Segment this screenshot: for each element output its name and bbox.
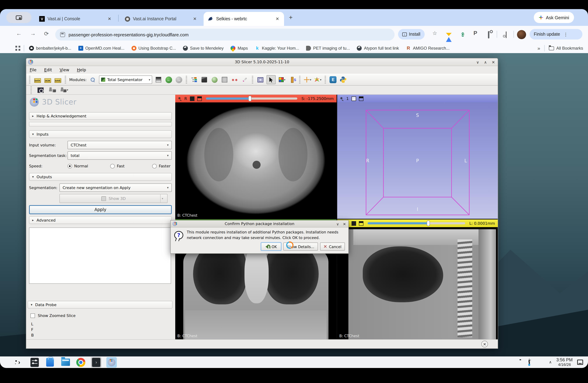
- segment-editor-icon[interactable]: [221, 76, 229, 83]
- help-acknowledgement-section[interactable]: ▸ Help & Acknowledgement: [29, 112, 172, 120]
- cancel-button[interactable]: ✕ Cancel: [320, 243, 345, 250]
- ask-gemini-button[interactable]: Ask Gemini: [534, 12, 574, 23]
- yellow-slice-slider[interactable]: [367, 222, 465, 224]
- pin-icon[interactable]: [340, 97, 343, 100]
- files-app-button[interactable]: [60, 357, 71, 367]
- show-zoomed-slice[interactable]: Show Zoomed Slice: [30, 311, 172, 320]
- dialog-minimize-icon[interactable]: ∨: [336, 222, 339, 226]
- module-history-icon[interactable]: [190, 76, 198, 83]
- tab-selkies-active[interactable]: Selkies - webrtc ✕: [204, 12, 284, 26]
- status-console[interactable]: [29, 228, 171, 284]
- close-icon[interactable]: ✕: [492, 60, 495, 64]
- bookmark-github[interactable]: benbalter/jekyll-b...: [29, 46, 71, 51]
- tab-vast-portal[interactable]: Vast.ai Instance Portal ✕: [120, 12, 202, 26]
- tab-search-pill[interactable]: [6, 12, 31, 23]
- bookmark-amigo[interactable]: RAMIGO Research...: [406, 46, 449, 51]
- input-volume-select[interactable]: CTChest ▾: [67, 141, 172, 149]
- radio-fast[interactable]: Fast: [110, 164, 152, 168]
- scene-view-menu-icon[interactable]: ▾: [61, 86, 68, 94]
- sagittal-ct-view[interactable]: B: CTChest: [337, 227, 498, 339]
- module-back-icon[interactable]: ←: [165, 76, 173, 83]
- install-button[interactable]: ↓ Install: [398, 29, 424, 39]
- slider-handle[interactable]: [427, 221, 430, 226]
- tab-vast-console[interactable]: V Vast.ai | Console ✕: [35, 12, 116, 26]
- search-tabs-icon[interactable]: [502, 32, 510, 38]
- menu-view[interactable]: View: [60, 67, 69, 72]
- pin-icon[interactable]: [178, 97, 182, 100]
- bookmark-bootstrap[interactable]: Using Bootstrap C...: [131, 46, 176, 51]
- tab-close-icon[interactable]: ✕: [106, 16, 113, 22]
- load-data-icon[interactable]: DATA: [34, 76, 41, 83]
- segmentation-select[interactable]: Create new segmentation on Apply ▾: [60, 183, 172, 192]
- settings-app-button[interactable]: [29, 357, 40, 367]
- all-bookmarks-button[interactable]: All Bookmarks: [549, 46, 583, 51]
- update-available-icon[interactable]: [529, 359, 534, 365]
- mouse-mode-cursor-icon[interactable]: [267, 75, 276, 84]
- scene-view-icon[interactable]: [49, 86, 56, 94]
- launcher-button[interactable]: ›: [14, 357, 24, 367]
- grammarly-extension-icon[interactable]: G: [459, 31, 467, 38]
- volume-rendering-icon[interactable]: [211, 76, 218, 83]
- viewport-menu-icon[interactable]: [359, 221, 363, 226]
- module-search-icon[interactable]: [89, 76, 97, 83]
- bookmark-kaggle[interactable]: kKaggle: Your Hom...: [255, 46, 299, 51]
- chevron-up-icon[interactable]: ∧: [549, 360, 552, 364]
- bookmark-star-icon[interactable]: ☆: [431, 30, 439, 36]
- color-legend-icon[interactable]: ▾: [278, 76, 286, 83]
- maximize-icon[interactable]: ∧: [484, 60, 487, 64]
- checkbox-unchecked-icon[interactable]: [30, 313, 35, 318]
- drive-extension-icon[interactable]: [445, 31, 453, 37]
- bookmark-openmd[interactable]: +OpenMD.com Heal...: [78, 46, 124, 51]
- reload-icon[interactable]: ⟳: [44, 30, 49, 37]
- red-slice-slider[interactable]: [206, 97, 297, 100]
- apply-button[interactable]: Apply: [29, 205, 172, 214]
- screenshot-icon[interactable]: [37, 86, 44, 94]
- chrome-button[interactable]: [76, 357, 86, 367]
- chrome-menu-icon[interactable]: ⋮: [564, 32, 568, 37]
- viewport-menu-icon[interactable]: [359, 96, 363, 101]
- address-bar[interactable]: passenger-profession-representations-gig…: [55, 29, 395, 40]
- python-console-icon[interactable]: [339, 76, 347, 83]
- show-3d-dropdown-icon[interactable]: ▾: [160, 194, 164, 203]
- threed-view[interactable]: S R P L I: [337, 102, 498, 219]
- screen-indicator-icon[interactable]: [577, 360, 583, 365]
- radio-faster[interactable]: Faster: [152, 164, 170, 168]
- radio-normal[interactable]: Normal: [67, 164, 110, 168]
- bookmark-pet-imaging[interactable]: PET imaging of tu...: [306, 46, 350, 51]
- slice-visibility-icon[interactable]: [351, 221, 356, 226]
- terminal-button[interactable]: ›: [91, 357, 102, 367]
- data-module-icon[interactable]: [201, 76, 208, 83]
- bookmarks-overflow-icon[interactable]: »: [537, 45, 540, 51]
- finish-update-button[interactable]: Finish update ⋮: [530, 29, 582, 39]
- dialog-close-icon[interactable]: ✕: [343, 222, 346, 226]
- show-3d-button[interactable]: Show 3D ▾: [60, 194, 168, 203]
- p-extension-icon[interactable]: P: [472, 30, 479, 36]
- extensions-puzzle-icon[interactable]: [485, 32, 492, 38]
- annotate-pen-icon[interactable]: [241, 76, 249, 83]
- menu-file[interactable]: File: [30, 67, 37, 72]
- menu-edit[interactable]: Edit: [44, 67, 52, 72]
- dicom-icon[interactable]: DCM: [44, 76, 51, 83]
- minimize-icon[interactable]: ∨: [476, 60, 479, 64]
- web-store-button[interactable]: [45, 357, 55, 367]
- slider-handle[interactable]: [248, 96, 252, 101]
- dialog-titlebar[interactable]: Confirm Python package installation ∨ ✕: [171, 221, 348, 228]
- slice-visibility-icon[interactable]: [190, 96, 194, 101]
- save-icon[interactable]: SAVE: [54, 76, 62, 83]
- volume-icon[interactable]: [539, 359, 545, 365]
- forward-icon[interactable]: →: [30, 30, 36, 37]
- ok-button[interactable]: OK: [261, 243, 281, 250]
- module-forward-icon[interactable]: →: [175, 76, 183, 83]
- slice-intersections-icon[interactable]: ▾: [314, 76, 322, 83]
- extensions-manager-icon[interactable]: E: [329, 76, 337, 83]
- slicer-titlebar[interactable]: 3D Slicer 5.10.0-2025-11-10 ∨ ∧ ✕: [26, 58, 498, 66]
- bookmark-maps[interactable]: Maps: [231, 46, 248, 51]
- tab-close-icon[interactable]: ✕: [192, 16, 198, 22]
- bookmark-mendeley[interactable]: Save to Mendeley: [183, 46, 224, 51]
- layout-selector-icon[interactable]: [257, 76, 264, 83]
- profile-avatar[interactable]: [517, 30, 526, 39]
- seg-task-select[interactable]: total ▾: [67, 151, 172, 160]
- slicer-app-button[interactable]: [106, 357, 117, 367]
- new-tab-button[interactable]: +: [289, 14, 293, 21]
- data-probe-section[interactable]: ▾ Data Probe: [28, 301, 172, 308]
